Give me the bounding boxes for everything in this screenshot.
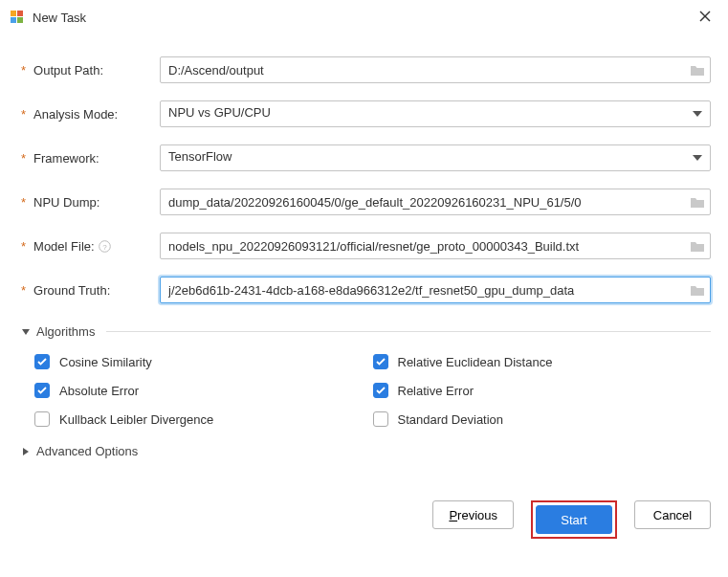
- folder-icon: [690, 239, 705, 253]
- label-model-file: * Model File: ?: [21, 239, 160, 254]
- question-icon: ?: [99, 240, 111, 253]
- output-path-input[interactable]: [160, 56, 711, 83]
- model-file-input[interactable]: [160, 233, 711, 259]
- chevron-down-icon: [693, 155, 702, 161]
- required-marker: *: [21, 195, 26, 210]
- close-icon: [699, 11, 711, 22]
- browse-ground-truth-button[interactable]: [688, 280, 707, 300]
- analysis-mode-select[interactable]: NPU vs GPU/CPU: [160, 100, 711, 127]
- advanced-header[interactable]: Advanced Options: [21, 444, 711, 458]
- label-text: Ground Truth:: [33, 283, 110, 298]
- checkbox-box: [373, 354, 388, 369]
- form-content: * Output Path: * Analysis Mode: NPU vs G…: [0, 32, 728, 458]
- label-text: Output Path:: [33, 63, 103, 78]
- triangle-down-icon: [21, 327, 31, 337]
- browse-npu-dump-button[interactable]: [688, 192, 707, 211]
- app-icon: [10, 10, 25, 25]
- required-marker: *: [21, 239, 26, 254]
- field-wrap: [160, 56, 711, 83]
- label-text: Analysis Mode:: [33, 107, 118, 122]
- field-wrap: NPU vs GPU/CPU: [160, 100, 711, 127]
- framework-caret[interactable]: [688, 148, 707, 167]
- section-algorithms: Algorithms Cosine SimilarityRelative Euc…: [21, 324, 711, 427]
- checkbox-box: [34, 383, 50, 398]
- label-text: NPU Dump:: [33, 195, 99, 210]
- row-output-path: * Output Path:: [21, 56, 711, 83]
- required-marker: *: [21, 107, 26, 122]
- algorithm-checkbox[interactable]: Absolute Error: [34, 383, 354, 398]
- field-wrap: [160, 233, 711, 259]
- row-model-file: * Model File: ?: [21, 233, 711, 259]
- svg-rect-2: [11, 17, 16, 23]
- folder-icon: [690, 283, 705, 297]
- checkbox-label: Relative Error: [398, 384, 474, 398]
- label-framework: * Framework:: [21, 151, 160, 166]
- close-button[interactable]: [694, 8, 717, 27]
- checkbox-label: Standard Deviation: [398, 412, 504, 427]
- checkbox-label: Cosine Similarity: [59, 355, 152, 369]
- label-text: Model File:: [33, 239, 95, 254]
- required-marker: *: [21, 151, 26, 166]
- svg-rect-0: [11, 11, 16, 16]
- field-wrap: [160, 189, 711, 215]
- svg-rect-1: [17, 11, 23, 16]
- chevron-down-icon: [693, 111, 702, 117]
- expand-arrow: [21, 447, 33, 456]
- svg-rect-3: [17, 17, 23, 23]
- window-title: New Task: [33, 11, 694, 25]
- folder-icon: [690, 63, 705, 77]
- button-bar: Previous Start Cancel: [0, 481, 728, 552]
- checkbox-box: [34, 411, 50, 427]
- section-title: Algorithms: [36, 324, 95, 339]
- checkbox-label: Kullback Leibler Divergence: [59, 412, 213, 427]
- cancel-button[interactable]: Cancel: [634, 500, 711, 529]
- row-framework: * Framework: TensorFlow: [21, 144, 711, 171]
- checkbox-box: [34, 354, 50, 369]
- algorithm-checkbox[interactable]: Kullback Leibler Divergence: [34, 411, 354, 427]
- titlebar: New Task: [0, 0, 728, 32]
- select-value: TensorFlow: [168, 149, 232, 164]
- label-analysis-mode: * Analysis Mode:: [21, 107, 160, 122]
- checkbox-label: Absolute Error: [59, 384, 139, 398]
- start-button[interactable]: Start: [536, 505, 612, 534]
- mnemonic: P: [449, 508, 457, 522]
- triangle-right-icon: [21, 447, 31, 456]
- label-ground-truth: * Ground Truth:: [21, 283, 160, 298]
- browse-output-path-button[interactable]: [688, 60, 707, 79]
- required-marker: *: [21, 283, 26, 298]
- ground-truth-input[interactable]: [160, 277, 711, 303]
- algorithm-checkbox[interactable]: Relative Euclidean Distance: [373, 354, 693, 369]
- row-npu-dump: * NPU Dump:: [21, 189, 711, 215]
- label-npu-dump: * NPU Dump:: [21, 195, 160, 210]
- framework-select[interactable]: TensorFlow: [160, 144, 711, 171]
- label-text: Framework:: [33, 151, 99, 166]
- checkbox-box: [373, 411, 388, 427]
- required-marker: *: [21, 63, 26, 78]
- row-ground-truth: * Ground Truth:: [21, 277, 711, 303]
- algorithms-grid: Cosine SimilarityRelative Euclidean Dist…: [21, 354, 711, 427]
- browse-model-file-button[interactable]: [688, 236, 707, 255]
- algorithms-header[interactable]: Algorithms: [21, 324, 711, 339]
- npu-dump-input[interactable]: [160, 189, 711, 215]
- field-wrap: TensorFlow: [160, 144, 711, 171]
- svg-text:?: ?: [102, 242, 107, 251]
- model-file-help-icon[interactable]: ?: [99, 240, 111, 253]
- section-advanced: Advanced Options: [21, 444, 711, 458]
- button-label-rest: revious: [457, 508, 497, 522]
- algorithm-checkbox[interactable]: Relative Error: [373, 383, 693, 398]
- previous-button[interactable]: Previous: [432, 500, 514, 529]
- folder-icon: [690, 195, 705, 209]
- check-icon: [37, 358, 47, 366]
- analysis-mode-caret[interactable]: [688, 104, 707, 123]
- select-value: NPU vs GPU/CPU: [168, 105, 271, 120]
- checkbox-label: Relative Euclidean Distance: [398, 355, 553, 369]
- algorithm-checkbox[interactable]: Standard Deviation: [373, 411, 693, 427]
- checkbox-box: [373, 383, 388, 398]
- algorithm-checkbox[interactable]: Cosine Similarity: [34, 354, 354, 369]
- check-icon: [376, 358, 386, 366]
- field-wrap: [160, 277, 711, 303]
- check-icon: [37, 387, 47, 394]
- label-output-path: * Output Path:: [21, 63, 160, 78]
- expand-arrow: [21, 327, 33, 337]
- start-button-highlight: Start: [531, 500, 617, 539]
